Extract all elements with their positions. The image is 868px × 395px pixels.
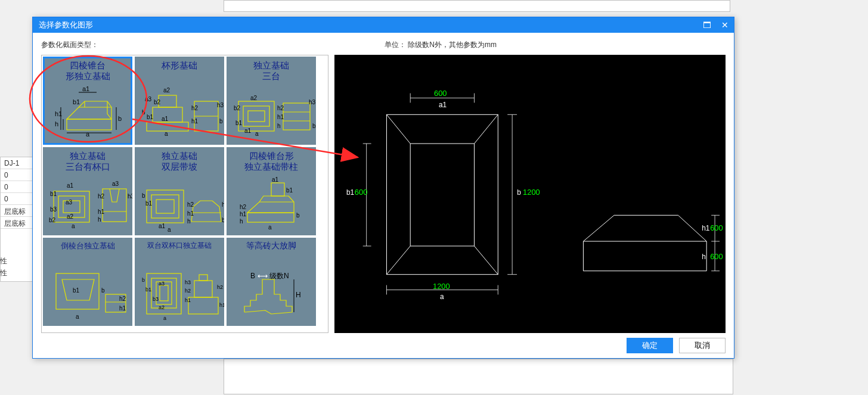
svg-text:H: H xyxy=(296,291,301,299)
svg-text:b: b xyxy=(142,192,145,199)
thumb-quad-frustum-column[interactable]: 四棱锥台形 独立基础带柱 xyxy=(227,147,316,235)
svg-rect-16 xyxy=(159,95,176,107)
svg-text:h1: h1 xyxy=(240,211,247,217)
thumb-cup-foundation[interactable]: 杯形基础 a xyxy=(135,57,224,145)
svg-text:a3: a3 xyxy=(145,96,152,102)
section-type-label: 参数化截面类型： xyxy=(41,40,98,50)
svg-text:⟷: ⟷ xyxy=(258,272,268,280)
svg-marker-120 xyxy=(410,144,474,246)
svg-text:h2: h2 xyxy=(191,105,199,111)
svg-rect-100 xyxy=(188,297,218,314)
svg-rect-49 xyxy=(103,189,126,222)
svg-rect-33 xyxy=(283,103,310,130)
bg-row: 层底标 xyxy=(1,217,36,229)
thumb-double-slope[interactable]: 独立基础 双层带坡 xyxy=(135,147,224,235)
svg-text:a1: a1 xyxy=(67,182,74,189)
svg-text:h1: h1 xyxy=(191,118,199,125)
svg-text:b1: b1 xyxy=(50,191,57,197)
lbl-b: b xyxy=(517,188,521,197)
val-b: 1200 xyxy=(523,188,540,197)
svg-text:h1: h1 xyxy=(277,114,284,120)
svg-text:a1: a1 xyxy=(159,223,166,229)
lbl-a1: a1 xyxy=(439,101,447,109)
svg-text:级数N: 级数N xyxy=(269,272,289,280)
svg-text:a: a xyxy=(163,315,166,321)
svg-text:b2: b2 xyxy=(234,105,241,111)
preview-pane: 600 a1 b1 600 b 1200 1200 a xyxy=(334,55,726,333)
window-close-icon[interactable]: ✕ xyxy=(716,17,734,33)
bg-attr-label: 性 xyxy=(0,256,12,266)
svg-text:a2: a2 xyxy=(67,213,74,220)
svg-rect-31 xyxy=(243,106,269,126)
thumb-equal-step[interactable]: 等高砖大放脚 B ⟷ 级数N H xyxy=(227,238,316,326)
svg-text:h3: h3 xyxy=(128,193,132,200)
lbl-h: h xyxy=(702,253,706,261)
svg-text:a3: a3 xyxy=(66,199,73,206)
thumb-three-step[interactable]: 独立基础 三台 xyxy=(227,57,316,145)
svg-text:h2: h2 xyxy=(98,193,105,200)
bg-row: 0 xyxy=(1,169,36,181)
svg-text:h: h xyxy=(187,218,191,225)
thumb-double-step-double-cup[interactable]: 双台双杯口独立基础 xyxy=(135,238,224,326)
svg-text:h1: h1 xyxy=(185,297,191,303)
svg-text:h1: h1 xyxy=(119,305,126,312)
svg-rect-65 xyxy=(156,200,174,213)
svg-text:b1: b1 xyxy=(145,287,151,293)
svg-text:h1: h1 xyxy=(98,209,105,215)
bg-row: DJ-1 xyxy=(1,157,36,169)
svg-line-122 xyxy=(475,114,498,144)
thumb-quad-frustum[interactable]: 四棱锥台 形独立基础 xyxy=(43,57,132,145)
svg-text:h: h xyxy=(240,218,243,225)
svg-text:b: b xyxy=(219,118,223,125)
svg-line-123 xyxy=(386,246,410,275)
svg-text:h2: h2 xyxy=(240,204,247,210)
cancel-button[interactable]: 取消 xyxy=(679,338,726,353)
svg-text:b: b xyxy=(101,287,105,294)
svg-text:b3: b3 xyxy=(153,296,159,302)
val-h: 600 xyxy=(710,252,723,261)
ok-button[interactable]: 确定 xyxy=(627,338,673,353)
svg-text:b: b xyxy=(296,212,300,219)
thumb-three-step-cup[interactable]: 独立基础 三台有杯口 xyxy=(43,147,132,235)
svg-line-124 xyxy=(475,246,498,275)
svg-text:B: B xyxy=(250,272,255,280)
thumbnail-scroll[interactable]: 四棱锥台 形独立基础 xyxy=(41,55,328,333)
dialog-title: 选择参数化图形 xyxy=(39,20,93,30)
val-a1-top: 600 xyxy=(434,89,447,98)
svg-text:a: a xyxy=(86,130,90,138)
lbl-h1: h1 xyxy=(702,224,710,232)
svg-text:b: b xyxy=(118,115,122,122)
window-maximize-icon[interactable]: 🗖 xyxy=(698,17,716,33)
lbl-a: a xyxy=(440,293,444,301)
svg-text:a1: a1 xyxy=(272,176,279,183)
svg-text:b1: b1 xyxy=(73,98,80,105)
svg-text:a2: a2 xyxy=(250,95,258,101)
val-h1: 600 xyxy=(710,223,723,232)
val-b1: 600 xyxy=(355,188,368,197)
svg-rect-99 xyxy=(160,285,168,301)
bg-row: 0 xyxy=(1,181,36,193)
svg-text:a: a xyxy=(255,130,259,137)
thumb-inverted-frustum[interactable]: 倒棱台独立基础 b1 xyxy=(43,238,132,326)
svg-text:h2: h2 xyxy=(187,201,194,208)
svg-text:h2: h2 xyxy=(217,284,223,290)
svg-text:a2: a2 xyxy=(163,87,170,94)
svg-rect-119 xyxy=(386,114,498,274)
svg-rect-101 xyxy=(194,281,212,297)
svg-text:a: a xyxy=(168,226,171,233)
val-a: 1200 xyxy=(433,282,450,291)
svg-text:a1: a1 xyxy=(82,85,89,92)
svg-text:a: a xyxy=(76,313,79,320)
svg-text:a2: a2 xyxy=(159,304,165,310)
svg-line-121 xyxy=(386,114,410,144)
svg-text:h1: h1 xyxy=(55,110,62,117)
svg-text:h2: h2 xyxy=(119,296,126,302)
svg-text:h1: h1 xyxy=(187,210,194,217)
svg-rect-64 xyxy=(151,195,179,218)
svg-text:a3: a3 xyxy=(159,281,165,287)
svg-text:h: h xyxy=(98,216,101,223)
svg-rect-77 xyxy=(247,213,294,222)
svg-marker-1 xyxy=(67,107,111,119)
svg-text:a: a xyxy=(268,224,272,231)
svg-text:b1: b1 xyxy=(73,287,80,294)
